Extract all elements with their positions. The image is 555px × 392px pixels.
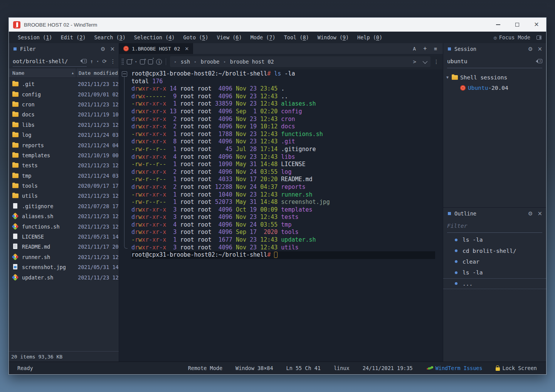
- close-panel-icon[interactable]: ×: [537, 45, 542, 52]
- menu-session[interactable]: Session (1): [13, 32, 56, 43]
- filer-row[interactable]: config2021/09/01 02:: [9, 89, 119, 99]
- status-window-size[interactable]: Window 38×84: [235, 365, 273, 371]
- filer-row[interactable]: tmp2021/11/24 03:: [9, 171, 119, 181]
- menu-selection[interactable]: Selection (4): [130, 32, 179, 43]
- menu-search[interactable]: Search (3): [90, 32, 130, 43]
- menu-view[interactable]: View (6): [213, 32, 246, 43]
- close-button[interactable]: ✕: [527, 18, 546, 32]
- reset-terminal-icon[interactable]: °: [148, 59, 153, 64]
- panel-layout-icon[interactable]: [536, 35, 542, 40]
- outline-item[interactable]: clear: [443, 256, 546, 267]
- filer-row[interactable]: libs2021/11/23 12:: [9, 120, 119, 130]
- filer-row[interactable]: runner.sh2021/11/23 12:: [9, 252, 119, 262]
- tree-item-shell-sessions[interactable]: ▼ Shell sessions: [443, 72, 546, 82]
- up-dropdown-icon[interactable]: ▾: [97, 59, 99, 63]
- status-lock-screen[interactable]: Lock Screen: [496, 365, 537, 371]
- chevron-down-icon[interactable]: [423, 59, 428, 64]
- menu-tool[interactable]: Tool (8): [280, 32, 313, 43]
- menu-mode[interactable]: Mode (7): [246, 32, 280, 43]
- breadcrumb-segment[interactable]: broobe: [201, 59, 220, 65]
- terminal-column: 1.BROOBE HOST 02 ✕ A + ≡ + ▾ × ° i ▸: [119, 43, 443, 362]
- filer-menu-icon[interactable]: ⋮: [110, 58, 116, 64]
- column-date-modified[interactable]: Date modified: [76, 70, 119, 76]
- breadcrumb-segment[interactable]: broobe host 02: [230, 59, 274, 65]
- filer-row[interactable]: screenshot.jpg2021/05/31 14:: [9, 262, 119, 272]
- clear-search-icon[interactable]: ×: [536, 59, 542, 64]
- status-remote-mode[interactable]: Remote Mode: [188, 365, 222, 371]
- filer-row[interactable]: utils2021/11/23 12:: [9, 191, 119, 201]
- filer-row[interactable]: cron2021/11/23 12:: [9, 99, 119, 109]
- refresh-icon[interactable]: ⟳: [102, 58, 107, 64]
- font-size-icon[interactable]: A: [413, 46, 416, 52]
- filer-panel: Filer ⚙ × oot/brolit-shell/ × ↑ ▾ ⟳ ⋮ Na…: [9, 43, 119, 362]
- close-terminal-icon[interactable]: ×: [140, 59, 145, 64]
- lock-icon: [496, 367, 500, 371]
- up-directory-icon[interactable]: ↑: [90, 58, 93, 64]
- new-terminal-dropdown-icon[interactable]: ▾: [135, 60, 137, 64]
- script-icon: [12, 213, 19, 219]
- outline-items: ls -lacd brolit-shell/clearls -la...: [443, 233, 546, 289]
- filer-row[interactable]: log2021/11/24 03:: [9, 130, 119, 140]
- tree-item-ubuntu-session[interactable]: Ubuntu-20.04: [443, 82, 546, 93]
- filer-row[interactable]: tests2021/11/23 12:: [9, 160, 119, 170]
- maximize-button[interactable]: [508, 18, 527, 32]
- outline-item[interactable]: ls -la: [443, 267, 546, 278]
- terminal-screen[interactable]: root@cpx31-broobe-host02:~/brolit-shell#…: [119, 69, 443, 362]
- filer-row[interactable]: tools2020/09/17 17:: [9, 181, 119, 191]
- status-windterm-issues[interactable]: WindTerm Issues: [426, 365, 483, 371]
- gear-icon[interactable]: ⚙: [528, 46, 533, 52]
- focus-mode-button[interactable]: ◎ Focus Mode: [494, 34, 530, 40]
- outline-item[interactable]: ls -la: [443, 234, 546, 245]
- drag-handle[interactable]: [121, 58, 124, 65]
- windterm-window: BROOBE HOST 02 - WindTerm ✕ Session (1)E…: [8, 17, 547, 375]
- breadcrumb[interactable]: ▸ ssh▸broobe▸broobe host 02 >: [170, 56, 431, 67]
- status-os[interactable]: linux: [334, 365, 350, 371]
- path-input[interactable]: oot/brolit-shell/ ×: [13, 56, 87, 67]
- column-name[interactable]: Name ▲: [9, 68, 76, 77]
- menu-edit[interactable]: Edit (2): [56, 32, 90, 43]
- tab-list-icon[interactable]: ≡: [434, 46, 437, 52]
- gear-icon[interactable]: ⚙: [528, 210, 533, 217]
- menu-help[interactable]: Help (0): [353, 32, 387, 43]
- file-date: 2021/11/23 12:: [78, 254, 119, 260]
- tab-close-icon[interactable]: ✕: [185, 46, 189, 52]
- filer-row[interactable]: aliases.sh2021/11/23 12:: [9, 211, 119, 221]
- filer-row[interactable]: docs2021/11/19 10:: [9, 109, 119, 119]
- filer-row[interactable]: updater.sh2021/11/23 12:: [9, 272, 119, 282]
- menu-goto[interactable]: Goto (5): [179, 32, 213, 43]
- close-panel-icon[interactable]: ×: [110, 45, 115, 52]
- filer-file-list: .git2021/11/23 12:config2021/09/01 02:cr…: [9, 78, 119, 351]
- session-search-input[interactable]: ubuntu ×: [447, 55, 542, 68]
- folder-icon: [12, 92, 19, 98]
- filer-row[interactable]: functions.sh2021/11/23 12:: [9, 221, 119, 231]
- terminal-line: drwxr-xr-x 2 root root 4096 Nov 24 03:55…: [131, 168, 443, 176]
- outline-item[interactable]: cd brolit-shell/: [443, 245, 546, 256]
- status-datetime[interactable]: 24/11/2021 19:35: [363, 365, 413, 371]
- clear-path-icon[interactable]: ×: [80, 59, 87, 64]
- fold-collapse-icon[interactable]: [122, 71, 127, 77]
- outline-item[interactable]: ...: [443, 278, 546, 289]
- close-panel-icon[interactable]: ×: [537, 210, 542, 217]
- file-name: updater.sh: [22, 274, 78, 281]
- menu-window[interactable]: Window (9): [313, 32, 353, 43]
- tree-expand-icon[interactable]: ▼: [443, 75, 452, 79]
- minimize-button[interactable]: [488, 18, 508, 32]
- new-tab-icon[interactable]: +: [423, 45, 427, 52]
- file-name: README.md: [22, 244, 78, 250]
- terminal-menu-icon[interactable]: ⋮: [434, 59, 439, 65]
- info-icon[interactable]: i: [156, 59, 162, 65]
- gear-icon[interactable]: ⚙: [101, 46, 106, 52]
- filer-row[interactable]: templates2021/10/19 00:: [9, 150, 119, 160]
- filer-row[interactable]: LICENSE2021/05/31 14:: [9, 232, 119, 242]
- terminal-tab[interactable]: 1.BROOBE HOST 02 ✕: [119, 43, 193, 54]
- new-terminal-icon[interactable]: +: [127, 59, 132, 64]
- filer-row[interactable]: .gitignore2021/07/28 17:: [9, 201, 119, 211]
- breadcrumb-segment[interactable]: ssh: [181, 59, 190, 65]
- filer-row[interactable]: .git2021/11/23 12:: [9, 79, 119, 89]
- filer-row[interactable]: README.md2021/11/17 20:: [9, 242, 119, 252]
- chevron-right-icon[interactable]: >: [413, 59, 416, 65]
- terminal-line: -rwxr-xr-x 1 root root 33859 Nov 23 12:4…: [131, 100, 443, 108]
- status-cursor-position[interactable]: Ln 55 Ch 41: [286, 365, 321, 371]
- outline-filter-input[interactable]: Filter: [447, 219, 542, 233]
- filer-row[interactable]: reports2021/11/24 04:: [9, 140, 119, 150]
